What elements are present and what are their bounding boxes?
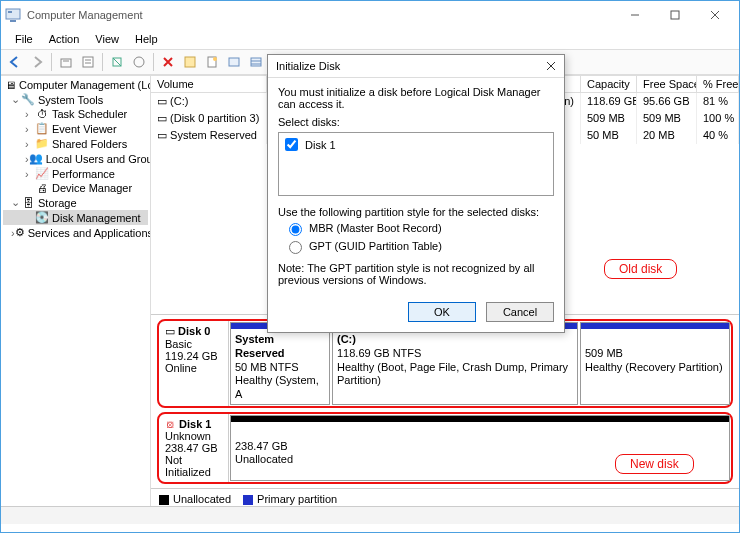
annotation-old-disk: Old disk [604, 259, 677, 279]
chevron-down-icon: ⌄ [11, 93, 21, 106]
mbr-label: MBR (Master Boot Record) [309, 222, 442, 234]
disk0-info[interactable]: ▭ Disk 0 Basic 119.24 GB Online [159, 321, 229, 406]
tree-label: Device Manager [52, 182, 132, 194]
chevron-right-icon: › [25, 123, 35, 135]
disk1-info[interactable]: ⦻ Disk 1 Unknown 238.47 GB Not Initializ… [159, 414, 229, 482]
disk-status: Not Initialized [165, 454, 222, 478]
partition-c[interactable]: (C:) 118.69 GB NTFS Healthy (Boot, Page … [332, 322, 578, 405]
action-icon[interactable] [180, 52, 200, 72]
minimize-button[interactable] [615, 3, 655, 27]
part-size: 118.69 GB NTFS [337, 347, 421, 359]
gpt-radio[interactable] [289, 241, 302, 254]
part-title: (C:) [337, 333, 356, 345]
chevron-right-icon: › [25, 108, 35, 120]
partition-system-reserved[interactable]: System Reserved 50 MB NTFS Healthy (Syst… [230, 322, 330, 405]
tree-task-scheduler[interactable]: ›⏱Task Scheduler [3, 107, 148, 121]
device-icon: 🖨 [35, 182, 49, 194]
folder-icon: 📁 [35, 137, 49, 150]
refresh-icon[interactable] [107, 52, 127, 72]
titlebar: Computer Management [1, 1, 739, 29]
menu-action[interactable]: Action [41, 31, 88, 47]
dialog-close-icon[interactable] [546, 61, 556, 71]
legend: Unallocated Primary partition [151, 488, 739, 509]
disk-checklist: Disk 1 [278, 132, 554, 196]
part-size: 50 MB NTFS [235, 361, 299, 373]
users-icon: 👥 [29, 152, 43, 165]
help-icon[interactable] [129, 52, 149, 72]
list-icon[interactable] [246, 52, 266, 72]
col-free[interactable]: Free Space [637, 76, 697, 92]
part-status: Healthy (System, A [235, 374, 319, 400]
up-icon[interactable] [56, 52, 76, 72]
initialize-disk-dialog: Initialize Disk You must initialize a di… [267, 54, 565, 333]
tree-label: Storage [38, 197, 77, 209]
back-icon[interactable] [5, 52, 25, 72]
tree-services[interactable]: ›⚙Services and Applications [3, 225, 148, 240]
maximize-button[interactable] [655, 3, 695, 27]
event-icon: 📋 [35, 122, 49, 135]
dialog-message: You must initialize a disk before Logica… [278, 86, 554, 110]
partition-recovery[interactable]: 509 MB Healthy (Recovery Partition) [580, 322, 730, 405]
delete-icon[interactable] [158, 52, 178, 72]
cell: System Reserved [170, 129, 257, 141]
tree-label: Local Users and Groups [46, 153, 151, 165]
settings-icon[interactable] [224, 52, 244, 72]
tree-label: Performance [52, 168, 115, 180]
perf-icon: 📈 [35, 167, 49, 180]
tree-disk-management[interactable]: 💽Disk Management [3, 210, 148, 225]
part-status: Unallocated [235, 453, 293, 465]
tree-shared-folders[interactable]: ›📁Shared Folders [3, 136, 148, 151]
cell: (C:) [170, 95, 188, 107]
disk1-checkbox-row[interactable]: Disk 1 [281, 135, 551, 154]
part-status: Healthy (Boot, Page File, Crash Dump, Pr… [337, 361, 568, 387]
ok-button[interactable]: OK [408, 302, 476, 322]
drive-icon: ▭ [157, 129, 170, 141]
disk-type: Unknown [165, 430, 222, 442]
tree-storage[interactable]: ⌄🗄Storage [3, 195, 148, 210]
svg-rect-4 [671, 11, 679, 19]
tree-label: Disk Management [52, 212, 141, 224]
nav-tree: 🖥Computer Management (Local) ⌄🔧System To… [1, 76, 151, 506]
col-capacity[interactable]: Capacity [581, 76, 637, 92]
col-pct[interactable]: % Free [697, 76, 739, 92]
part-size: 509 MB [585, 347, 623, 359]
partition-style-label: Use the following partition style for th… [278, 206, 554, 218]
disk-icon: 💽 [35, 211, 49, 224]
close-button[interactable] [695, 3, 735, 27]
svg-rect-8 [83, 57, 93, 67]
menu-file[interactable]: File [7, 31, 41, 47]
chevron-right-icon: › [25, 168, 35, 180]
tree-local-users[interactable]: ›👥Local Users and Groups [3, 151, 148, 166]
mbr-radio-row[interactable]: MBR (Master Boot Record) [284, 220, 554, 236]
mbr-radio[interactable] [289, 223, 302, 236]
tree-device-manager[interactable]: 🖨Device Manager [3, 181, 148, 195]
properties-icon[interactable] [78, 52, 98, 72]
chevron-down-icon: ⌄ [11, 196, 21, 209]
disk-size: 238.47 GB [165, 442, 222, 454]
tree-system-tools[interactable]: ⌄🔧System Tools [3, 92, 148, 107]
gpt-radio-row[interactable]: GPT (GUID Partition Table) [284, 238, 554, 254]
svg-rect-7 [61, 59, 71, 67]
forward-icon[interactable] [27, 52, 47, 72]
disk1-label: Disk 1 [305, 139, 336, 151]
tree-label: Shared Folders [52, 138, 127, 150]
new-icon[interactable] [202, 52, 222, 72]
legend-unallocated: Unallocated [159, 493, 231, 505]
tree-label: System Tools [38, 94, 103, 106]
menu-view[interactable]: View [87, 31, 127, 47]
tools-icon: 🔧 [21, 93, 35, 106]
disk-type: Basic [165, 338, 222, 350]
app-icon [5, 7, 21, 23]
dialog-title: Initialize Disk [276, 60, 546, 72]
warning-icon: ⦻ [165, 418, 179, 430]
window-title: Computer Management [27, 9, 615, 21]
cancel-button[interactable]: Cancel [486, 302, 554, 322]
col-volume[interactable]: Volume [151, 76, 267, 92]
menu-help[interactable]: Help [127, 31, 166, 47]
cell: 40 % [697, 127, 739, 144]
cell: 509 MB [581, 110, 637, 127]
tree-performance[interactable]: ›📈Performance [3, 166, 148, 181]
tree-event-viewer[interactable]: ›📋Event Viewer [3, 121, 148, 136]
disk1-checkbox[interactable] [285, 138, 298, 151]
tree-root[interactable]: 🖥Computer Management (Local) [3, 78, 148, 92]
